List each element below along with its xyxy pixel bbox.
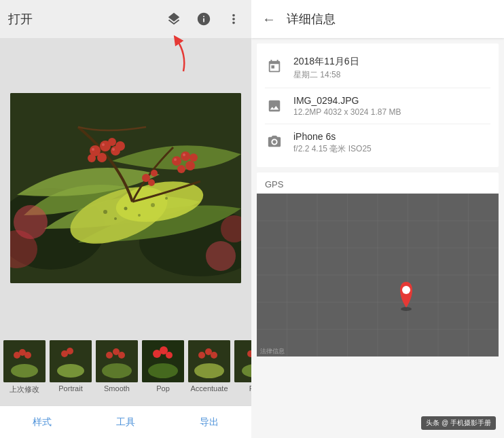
svg-point-10 [151, 203, 155, 207]
date-sub: 星期二 14:58 [293, 69, 490, 81]
svg-point-21 [112, 148, 115, 151]
info-icon-button[interactable] [192, 7, 216, 31]
svg-point-24 [185, 161, 195, 170]
svg-point-6 [103, 210, 107, 214]
thumbnail-strip: 上次修改 Portrait [0, 337, 251, 405]
svg-point-19 [92, 148, 94, 151]
svg-point-48 [118, 352, 125, 359]
file-main: IMG_0294.JPG [293, 95, 490, 106]
right-panel: ← 详细信息 2018年11月6日 星期二 14:58 IM [251, 0, 504, 438]
svg-point-31 [206, 241, 236, 271]
thumbnail-label-0: 上次修改 [10, 384, 39, 395]
svg-point-25 [177, 165, 185, 173]
svg-point-20 [102, 143, 105, 146]
panel-title: 详细信息 [287, 11, 336, 27]
back-button[interactable]: ← [262, 12, 276, 27]
calendar-icon [265, 57, 284, 76]
svg-point-56 [198, 352, 205, 359]
camera-sub: f/2.2 4.15 毫米 ISO25 [293, 143, 490, 155]
camera-icon [265, 132, 284, 151]
file-row: IMG_0294.JPG 12.2MP 4032 x 3024 1.87 MB [265, 88, 490, 124]
svg-text:法律信息: 法律信息 [260, 348, 285, 354]
photo-area [0, 38, 251, 337]
file-info: IMG_0294.JPG 12.2MP 4032 x 3024 1.87 MB [293, 95, 490, 117]
thumbnail-label-2: Smooth [104, 384, 130, 393]
date-info: 2018年11月6日 星期二 14:58 [293, 56, 490, 81]
left-toolbar: 打开 [0, 0, 251, 38]
bottom-nav: 样式 工具 导出 [0, 405, 251, 438]
camera-row: iPhone 6s f/2.2 4.15 毫米 ISO25 [265, 124, 490, 162]
svg-point-15 [97, 153, 107, 162]
svg-point-58 [211, 352, 217, 359]
svg-point-82 [402, 286, 410, 294]
svg-point-17 [115, 141, 125, 151]
svg-point-35 [148, 179, 155, 186]
svg-point-34 [151, 170, 158, 177]
svg-point-46 [106, 352, 113, 359]
date-main: 2018年11月6日 [293, 56, 490, 68]
info-card: 2018年11月6日 星期二 14:58 IMG_0294.JPG 12.2MP… [257, 43, 499, 167]
svg-point-28 [183, 153, 185, 156]
svg-point-27 [174, 158, 177, 161]
gps-section: GPS [257, 172, 499, 357]
svg-point-40 [11, 364, 38, 378]
svg-point-9 [138, 214, 141, 217]
svg-point-23 [181, 151, 190, 161]
open-button[interactable]: 打开 [8, 11, 33, 27]
watermark-badge: 头条 @ 手机摄影手册 [421, 416, 496, 430]
svg-point-59 [194, 363, 224, 378]
svg-point-53 [166, 352, 173, 359]
svg-point-54 [148, 363, 178, 378]
svg-point-16 [108, 138, 116, 146]
date-row: 2018年11月6日 星期二 14:58 [265, 49, 490, 88]
gps-map[interactable]: 法律信息 [257, 194, 499, 357]
thumbnail-label-4: Accentuate [190, 384, 228, 393]
thumbnail-smooth[interactable]: Smooth [95, 340, 139, 393]
svg-point-39 [24, 352, 31, 359]
nav-style[interactable]: 样式 [33, 416, 52, 428]
svg-point-8 [124, 206, 128, 210]
thumbnail-label-1: Portrait [58, 384, 82, 393]
thumbnail-fac[interactable]: Fac [234, 340, 251, 393]
svg-point-44 [57, 364, 84, 378]
nav-export[interactable]: 导出 [200, 416, 219, 428]
camera-main: iPhone 6s [293, 131, 490, 142]
file-sub: 12.2MP 4032 x 3024 1.87 MB [293, 107, 490, 117]
svg-point-26 [190, 153, 198, 162]
thumbnail-pop[interactable]: Pop [141, 340, 185, 393]
camera-info: iPhone 6s f/2.2 4.15 毫米 ISO25 [293, 131, 490, 155]
layers-icon-button[interactable] [162, 7, 186, 31]
svg-point-18 [88, 154, 96, 162]
thumbnail-label-3: Pop [156, 384, 170, 393]
image-icon [265, 96, 284, 115]
main-photo [10, 93, 241, 283]
thumbnail-portrait[interactable]: Portrait [49, 340, 92, 393]
svg-point-49 [102, 363, 132, 378]
left-panel: 打开 [0, 0, 251, 438]
svg-point-43 [67, 348, 73, 354]
thumbnail-label-5: Fac [249, 384, 251, 393]
svg-point-22 [172, 156, 181, 166]
nav-tools[interactable]: 工具 [116, 416, 135, 428]
more-icon-button[interactable] [221, 7, 246, 31]
svg-point-11 [165, 197, 168, 200]
toolbar-icons [162, 7, 246, 31]
svg-point-7 [114, 217, 117, 220]
gps-label: GPS [257, 172, 499, 194]
thumbnail-accentuate[interactable]: Accentuate [187, 340, 231, 393]
thumbnail-last-edit[interactable]: 上次修改 [3, 340, 46, 395]
right-toolbar: ← 详细信息 [251, 0, 504, 38]
